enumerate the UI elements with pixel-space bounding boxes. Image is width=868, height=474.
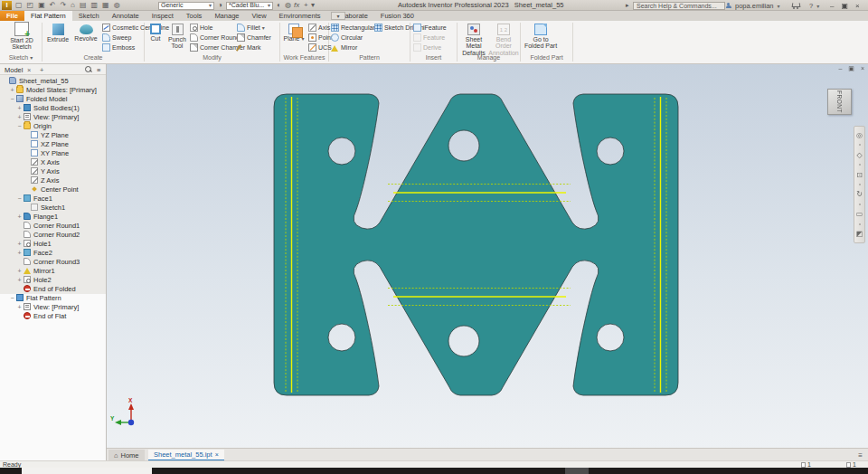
tree-row[interactable]: Y Axis [0,166,107,175]
panel-label-sketch[interactable]: Sketch ▾ [0,53,42,62]
tree-row[interactable]: Corner Round3 [0,257,107,266]
close-button[interactable]: × [855,2,860,10]
measure-icon[interactable]: ▦ [102,0,109,11]
tree-row[interactable]: End of Flat [0,311,107,320]
extrude-button[interactable]: Extrude [45,22,71,43]
browser-add-icon[interactable]: + [40,66,43,74]
tree-row[interactable]: XZ Plane [0,139,107,148]
minimize-button[interactable]: – [830,2,834,10]
sheet-metal-defaults-button[interactable]: Sheet Metal Defaults [459,22,488,56]
tree-row[interactable]: +Hole2 [0,275,107,284]
undo-icon[interactable]: ↶ [50,0,56,11]
panel-label-insert[interactable]: Insert [410,53,457,62]
tab-environments[interactable]: Environments [273,11,327,21]
start-2d-sketch-button[interactable]: Start 2D Sketch [5,22,38,51]
color-adjust-icon[interactable]: ◍ [285,0,291,11]
corner-round-button[interactable]: Corner Round [190,33,240,42]
doc-restore-button[interactable]: ▣ [848,65,854,72]
tree-expander[interactable]: − [16,123,23,129]
tree-expander[interactable]: + [16,105,23,111]
tree-row[interactable]: Sheet_metal_55 [0,76,107,85]
orbit-icon[interactable]: ↻ [856,190,863,198]
tree-row[interactable]: Z Axis [0,175,107,185]
tab-list-menu-icon[interactable]: ≡ [858,451,863,460]
plus-icon[interactable]: + [304,0,308,11]
tree-expander[interactable]: + [16,277,23,283]
browser-menu-icon[interactable]: ≡ [97,66,100,74]
tree-row[interactable]: +View: [Primary] [0,302,107,311]
tree-expander[interactable]: − [9,295,15,301]
zoom-window-icon[interactable]: ⊡ [856,171,863,179]
tree-row[interactable]: −Folded Model [0,94,107,103]
tree-row[interactable]: YZ Plane [0,130,107,139]
browser-tab-model[interactable]: Model [5,66,23,74]
fillet-button[interactable]: Fillet▾ [237,23,265,32]
tree-expander[interactable]: + [16,268,23,274]
tree-row[interactable]: Corner Round1 [0,221,107,230]
tree-expander[interactable]: + [9,87,15,93]
tree-expander[interactable]: + [16,241,23,247]
print-icon[interactable]: ▥ [91,0,99,11]
tree-row[interactable]: +Face2 [0,248,107,257]
cut-button[interactable]: Cut [146,22,165,42]
navigation-wheel-icon[interactable]: ◎ [856,131,863,139]
panel-label-work-features[interactable]: Work Features [280,53,328,62]
tree-row[interactable]: +Hole1 [0,239,107,248]
panel-label-pattern[interactable]: Pattern [329,53,410,62]
material-select[interactable]: Generic▾ [158,2,214,10]
rectangular-pattern-button[interactable]: Rectangular [331,23,375,32]
emboss-button[interactable]: Emboss [102,43,135,52]
browser-search-icon[interactable] [85,66,91,72]
tab-inspect[interactable]: Inspect [146,11,180,21]
tree-row[interactable]: +Mirror1 [0,266,107,275]
doc-minimize-button[interactable]: – [838,65,842,72]
punch-tool-button[interactable]: Punch Tool [166,22,188,50]
appearance-wheel-icon[interactable]: ◑ [218,0,222,11]
tab-manage[interactable]: Manage [208,11,245,21]
revolve-button[interactable]: Revolve [72,22,99,42]
tree-row[interactable]: Corner Round2 [0,230,107,239]
graphics-canvas[interactable]: – ▣ × FRONT ◎◇⊡↻▭◩ X Y [107,64,868,448]
inventor-logo[interactable]: I [2,1,12,10]
tree-expander[interactable]: − [16,195,23,202]
tab-view[interactable]: View [245,11,272,21]
tab-file[interactable]: File [0,11,24,21]
view-cube[interactable]: FRONT [827,89,852,115]
hole-button[interactable]: Hole [190,23,212,32]
tree-row[interactable]: +Solid Bodies(1) [0,103,107,112]
tree-row[interactable]: +Flange1 [0,212,107,221]
panel-label-create[interactable]: Create [42,53,144,62]
ifeature-button[interactable]: iFeature [413,23,447,32]
redo-icon[interactable]: ↷ [60,0,66,11]
material-icon[interactable]: ◍ [114,0,120,11]
tree-row[interactable]: XY Plane [0,148,107,157]
tree-row[interactable]: −Face1 [0,194,107,203]
tree-expander[interactable]: + [16,250,23,256]
tree-row[interactable]: Sketch1 [0,203,107,212]
tab-sketch[interactable]: Sketch [72,11,106,21]
go-to-folded-part-button[interactable]: Go to Folded Part [523,22,559,50]
iproperties-icon[interactable]: ▤ [80,0,87,11]
ribbon-display-options[interactable]: ▾ [331,12,345,20]
doc-close-button[interactable]: × [861,65,864,72]
browser-close-icon[interactable]: × [27,66,31,74]
panel-label-modify[interactable]: Modify [145,53,279,62]
ucs-button[interactable]: UCS [308,43,332,52]
parameters-fx-icon[interactable]: fx [294,0,299,11]
tree-row[interactable]: X Axis [0,157,107,166]
search-input[interactable]: Search Help & Commands... [633,2,725,10]
panel-label-manage[interactable]: Manage [458,53,520,62]
tree-expander[interactable]: − [9,96,15,102]
restore-button[interactable]: ▣ [841,2,848,10]
search-expand-icon[interactable]: ▸ [626,2,629,9]
tab-fusion-360[interactable]: Fusion 360 [374,11,420,21]
tree-expander[interactable]: + [16,213,23,220]
tree-row[interactable]: −Origin [0,121,107,130]
qat-customize-icon[interactable]: ▾ [311,0,315,11]
help-icon[interactable]: ? [809,2,813,10]
plane-button[interactable]: Plane ▾ [282,22,306,42]
pan-icon[interactable]: ◇ [856,151,862,159]
store-cart-icon[interactable] [792,2,800,9]
appearance-select[interactable]: *Cadet Blu...▾ [226,2,273,10]
tab-tools[interactable]: Tools [180,11,209,21]
